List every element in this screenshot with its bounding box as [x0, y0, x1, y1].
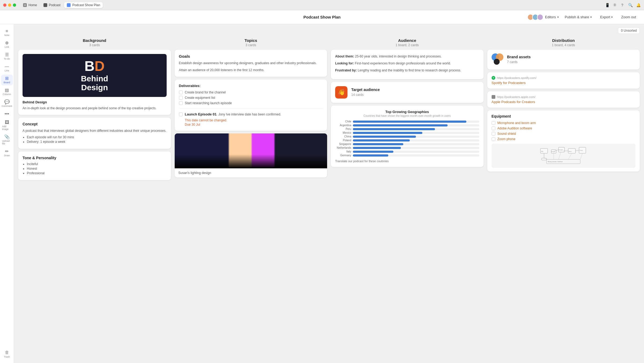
- apple-meta: https://podcasters.apple.com/: [492, 95, 636, 99]
- checkbox-1[interactable]: [179, 90, 183, 94]
- eq-checkbox-1[interactable]: [492, 121, 495, 125]
- equipment-item-4: Zoom phone: [492, 137, 636, 141]
- sidebar-item-comment[interactable]: 💬 Comment: [1, 98, 13, 109]
- launch-ep-row: Launch Episode 01. Jony Ive interview da…: [179, 112, 323, 117]
- concept-title: Concept: [23, 122, 167, 126]
- bar-fill: [353, 147, 401, 149]
- spotify-icon: [492, 76, 495, 80]
- app-header: Podcast Show Plan Editors ▾ Publish & sh…: [0, 10, 644, 24]
- brand-subtitle: Behind Design: [23, 100, 167, 104]
- column-topics: Topics 3 cards Goals Establish design aw…: [175, 38, 327, 183]
- sidebar-item-draw[interactable]: ✏ Draw: [1, 148, 13, 158]
- todo-icon: ☰: [5, 53, 9, 57]
- maximize-button[interactable]: [13, 3, 16, 7]
- eq-label-4: Zoom phone: [497, 137, 515, 141]
- app-title: Podcast Show Plan: [303, 15, 341, 19]
- minimize-button[interactable]: [8, 3, 11, 7]
- checkbox-3[interactable]: [179, 101, 183, 105]
- export-chevron-icon: ▾: [611, 16, 613, 19]
- publish-label: Publish & share: [565, 15, 589, 19]
- svg-text:Mixer: Mixer: [569, 151, 572, 152]
- svg-line-22: [580, 153, 583, 159]
- bar-label: Poland: [335, 139, 351, 142]
- title-bar: M Home Podcast Podcast Show Plan 📱 0 ? 🔍…: [0, 0, 644, 10]
- brand-image: B D Behind Design: [23, 54, 167, 97]
- sidebar-item-column[interactable]: ▤ Column: [1, 86, 13, 97]
- unsorted-button[interactable]: 0 Unsorted: [618, 27, 640, 34]
- sidebar-item-trash[interactable]: 🗑 Trash: [1, 349, 13, 360]
- tab-podcast[interactable]: Podcast: [41, 2, 63, 8]
- sidebar-trash-label: Trash: [4, 355, 10, 358]
- brand-letter-b: B: [85, 59, 95, 73]
- sidebar-item-todo[interactable]: ☰ To-do: [1, 51, 13, 62]
- bell-icon[interactable]: 🔔: [636, 3, 641, 8]
- spotify-card: https://podcasters.spotify.com/ Spotify …: [487, 72, 640, 89]
- sidebar-item-note[interactable]: ≡ Note: [1, 27, 13, 38]
- target-count: 14 cards: [351, 92, 380, 97]
- export-button[interactable]: Export ▾: [598, 14, 616, 20]
- search-icon[interactable]: 🔍: [628, 3, 633, 8]
- launch-ep-content: Launch Episode 01. Jony Ive interview da…: [185, 112, 281, 117]
- sidebar-item-more[interactable]: •••: [1, 110, 13, 118]
- editors-button[interactable]: Editors ▾: [527, 14, 559, 20]
- brand-name-line1: Behind: [81, 74, 108, 83]
- zoom-button[interactable]: Zoom out: [619, 14, 639, 20]
- concept-text: A podcast that that interviews global de…: [23, 128, 167, 133]
- bar-track: [353, 151, 479, 153]
- tab-home-label: Home: [28, 3, 37, 7]
- studio-sketch: Mic Phone Headph Mixer Comp: [492, 144, 636, 168]
- target-audience-card: 👋 Target audience 14 cards: [331, 82, 484, 103]
- home-icon: M: [23, 3, 27, 7]
- device-icon[interactable]: 📱: [605, 3, 610, 8]
- brand-logo: B D: [85, 59, 105, 73]
- eq-checkbox-3[interactable]: [492, 132, 495, 136]
- checkbox-launch[interactable]: [179, 112, 183, 116]
- spotify-link[interactable]: Spotify for Podcasters: [492, 81, 636, 85]
- bar-fill: [353, 139, 410, 141]
- bar-label: China: [335, 135, 351, 138]
- bar-row: Chile: [335, 120, 479, 123]
- eq-label-3: Sound shield: [497, 132, 516, 136]
- bar-label: Mexico: [335, 131, 351, 134]
- deliverable-label-2: Create equipment list: [185, 96, 215, 100]
- eq-checkbox-4[interactable]: [492, 137, 495, 141]
- brand-name-line2: Design: [81, 83, 108, 92]
- svg-text:Headph: Headph: [559, 149, 563, 151]
- topics-count: 3 cards: [175, 43, 327, 47]
- editors-chevron-icon: ▾: [557, 16, 559, 19]
- eq-checkbox-2[interactable]: [492, 126, 495, 130]
- sidebar-item-upload[interactable]: 📎 Upload file: [1, 133, 13, 147]
- brand-letter-d: D: [94, 59, 105, 73]
- checkbox-2[interactable]: [179, 96, 183, 100]
- svg-text:Phone: Phone: [552, 151, 555, 153]
- sidebar-item-line[interactable]: — Line: [1, 63, 13, 74]
- equipment-item-2: Adobe Audition software: [492, 126, 636, 130]
- sidebar-board-label: Board: [3, 81, 10, 84]
- bar-row: Germany: [335, 154, 479, 157]
- sidebar-item-link[interactable]: ⊕ Link: [1, 39, 13, 50]
- publish-share-button[interactable]: Publish & share ▾: [562, 14, 594, 20]
- concept-bullets: Each episode will run for 30 mins Delive…: [23, 135, 167, 144]
- traffic-lights: [3, 3, 16, 7]
- bar-row: Netherlands: [335, 146, 479, 149]
- titlebar-right: 📱 0 ? 🔍 🔔: [605, 3, 641, 8]
- apple-link[interactable]: Apple Podcasts for Creators: [492, 100, 636, 104]
- launch-episode-section: Launch Episode 01. Jony Ive interview da…: [179, 108, 323, 126]
- tab-home[interactable]: M Home: [20, 2, 40, 8]
- brand-assets-title: Brand assets: [507, 55, 531, 59]
- sidebar-upload-label: Upload file: [2, 140, 12, 145]
- bar-fill: [353, 151, 393, 153]
- help-icon[interactable]: ?: [620, 3, 625, 8]
- sidebar-draw-label: Draw: [4, 154, 10, 157]
- close-button[interactable]: [3, 3, 6, 7]
- bar-row: Peru: [335, 128, 479, 130]
- sidebar-item-board[interactable]: ⊞ Board: [1, 75, 13, 85]
- target-info: Target audience 14 cards: [351, 88, 380, 97]
- sidebar-item-add-image[interactable]: 🖼 Add image: [1, 119, 13, 132]
- bar-track: [353, 136, 479, 138]
- launch-ep-title: Launch Episode 01: [185, 112, 217, 116]
- tab-plan[interactable]: Podcast Show Plan: [64, 2, 103, 8]
- sidebar-link-label: Link: [5, 46, 9, 48]
- bar-label: Italy: [335, 150, 351, 153]
- bar-row: Poland: [335, 139, 479, 142]
